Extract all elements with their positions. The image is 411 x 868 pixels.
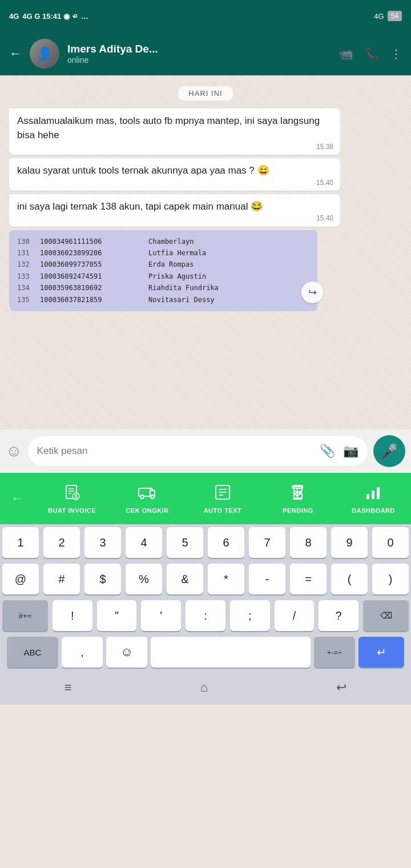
toolbar-item-pending[interactable]: PENDING	[272, 484, 324, 514]
contact-info: Imers Aditya De... online	[67, 43, 331, 65]
toolbar-label-cek-ongkir: CEK ONGKIR	[126, 507, 168, 514]
status-bar-right: 4G 54	[374, 11, 402, 21]
key-exclamation[interactable]: !	[53, 600, 92, 631]
message-time-2: 15.40	[316, 178, 333, 188]
key-6[interactable]: 6	[208, 527, 244, 558]
message-time-3: 15.40	[316, 214, 333, 223]
key-hash[interactable]: #	[43, 564, 80, 594]
toolbar-item-buat-invoice[interactable]: $ BUAT INVOICE	[46, 484, 98, 514]
svg-rect-18	[372, 491, 374, 499]
key-7[interactable]: 7	[249, 527, 285, 558]
spreadsheet-message: 130100034961111506Chamberlayn 1311000360…	[9, 230, 317, 311]
invoice-icon: $	[63, 484, 80, 505]
back-button[interactable]: ←	[9, 46, 22, 61]
nav-home-icon[interactable]: ⌂	[200, 680, 208, 695]
key-numpad[interactable]: +-=÷	[314, 637, 355, 668]
key-enter[interactable]: ↵	[358, 637, 404, 668]
bottom-navigation-bar: ≡ ⌂ ↩	[0, 670, 411, 705]
key-percent[interactable]: %	[126, 564, 162, 594]
message-time-1: 15.38	[316, 142, 333, 152]
key-5[interactable]: 5	[167, 527, 203, 558]
camera-icon[interactable]: 📷	[343, 444, 358, 459]
key-special-mode[interactable]: #+=	[2, 600, 48, 631]
autotext-icon	[214, 484, 231, 505]
chat-header: ← 👤 Imers Aditya De... online 📹 📞 ⋮	[0, 32, 411, 75]
svg-text:$: $	[74, 493, 78, 500]
backspace-key[interactable]: ⌫	[363, 600, 409, 631]
key-asterisk[interactable]: *	[208, 564, 244, 594]
keyboard-row-2: @ # $ % & * - = ( )	[0, 561, 411, 597]
key-space[interactable]	[151, 637, 311, 668]
avatar[interactable]: 👤	[30, 39, 59, 69]
video-call-button[interactable]: 📹	[339, 47, 353, 61]
nav-menu-icon[interactable]: ≡	[65, 680, 72, 695]
network-icon: 4G	[374, 12, 384, 21]
toolbar-items: $ BUAT INVOICE CEK ONGKIR	[34, 484, 411, 514]
message-bubble-2: kalau syarat untuk tools ternak akunnya …	[9, 158, 340, 191]
input-icons: 📎 📷	[320, 444, 358, 459]
forward-button[interactable]: ↪	[301, 282, 323, 303]
key-2[interactable]: 2	[43, 527, 80, 558]
key-dollar[interactable]: $	[84, 564, 121, 594]
key-0[interactable]: 0	[372, 527, 409, 558]
truck-icon	[138, 484, 157, 505]
key-8[interactable]: 8	[290, 527, 327, 558]
keyboard-row-1: 1 2 3 4 5 6 7 8 9 0	[0, 524, 411, 561]
chat-body: HARI INI Assalamualaikum mas, tools auto…	[0, 75, 411, 429]
message-bubble-3: ini saya lagi ternak 138 akun, tapi cape…	[9, 194, 340, 227]
pending-icon	[289, 484, 307, 505]
toolbar-label-pending: PENDING	[283, 507, 313, 514]
table-row: 131100036023899206Lutfia Hermala	[17, 247, 309, 259]
menu-button[interactable]: ⋮	[390, 47, 402, 61]
toolbar-item-dashboard[interactable]: DASHBOARD	[348, 484, 399, 514]
key-open-paren[interactable]: (	[331, 564, 368, 594]
key-4[interactable]: 4	[126, 527, 162, 558]
key-quote[interactable]: "	[97, 600, 137, 631]
key-minus[interactable]: -	[249, 564, 285, 594]
key-semicolon[interactable]: ;	[230, 600, 270, 631]
input-bar: ☺ 📎 📷 🎤	[0, 429, 411, 473]
emoji-button[interactable]: ☺	[6, 442, 22, 460]
message-text-1: Assalamualaikum mas, tools auto fb mpnya…	[17, 115, 320, 140]
key-9[interactable]: 9	[331, 527, 368, 558]
toolbar-back-button[interactable]: ←	[0, 491, 34, 506]
key-colon[interactable]: :	[186, 600, 225, 631]
signal-icon: 4G	[9, 12, 19, 21]
status-bar: 4G 4G G 15:41 ◉ ꩜ … 4G 54	[0, 0, 411, 32]
spreadsheet-preview: 130100034961111506Chamberlayn 1311000360…	[9, 230, 317, 311]
key-slash[interactable]: /	[275, 600, 315, 631]
contact-name: Imers Aditya De...	[67, 43, 331, 55]
svg-rect-17	[366, 494, 369, 499]
svg-rect-6	[139, 488, 150, 496]
toolbar-item-auto-text[interactable]: AUTO TEXT	[197, 484, 248, 514]
nav-back-icon[interactable]: ↩	[336, 680, 346, 695]
table-row: 130100034961111506Chamberlayn	[17, 236, 309, 247]
message-text-2: kalau syarat untuk tools ternak akunnya …	[17, 165, 269, 176]
svg-point-7	[140, 495, 144, 499]
table-row: 132100036099737055Erda Rompas	[17, 259, 309, 270]
message-input[interactable]	[37, 445, 313, 457]
toolbar-item-cek-ongkir[interactable]: CEK ONGKIR	[122, 484, 173, 514]
key-1[interactable]: 1	[2, 527, 39, 558]
key-comma[interactable]: ,	[62, 637, 103, 668]
key-apostrophe[interactable]: '	[141, 600, 181, 631]
key-3[interactable]: 3	[84, 527, 121, 558]
message-text-3: ini saya lagi ternak 138 akun, tapi cape…	[17, 201, 263, 212]
mic-button[interactable]: 🎤	[373, 435, 405, 467]
message-input-wrap: 📎 📷	[28, 436, 368, 466]
voice-call-button[interactable]: 📞	[365, 47, 379, 61]
key-abc[interactable]: ABC	[7, 637, 58, 668]
key-emoji[interactable]: ☺	[106, 637, 147, 668]
attach-icon[interactable]: 📎	[320, 444, 335, 459]
status-bar-left: 4G 4G G 15:41 ◉ ꩜ …	[9, 12, 88, 21]
contact-status: online	[67, 55, 331, 65]
table-row: 135100036037821859Novitasari Dessy	[17, 294, 309, 306]
key-ampersand[interactable]: &	[167, 564, 203, 594]
key-equals[interactable]: =	[290, 564, 327, 594]
key-close-paren[interactable]: )	[372, 564, 409, 594]
dashboard-icon	[365, 484, 382, 505]
svg-rect-19	[377, 487, 380, 499]
keyboard: 1 2 3 4 5 6 7 8 9 0 @ # $ % & * - = ( ) …	[0, 524, 411, 670]
key-at[interactable]: @	[2, 564, 39, 594]
key-question[interactable]: ?	[319, 600, 358, 631]
